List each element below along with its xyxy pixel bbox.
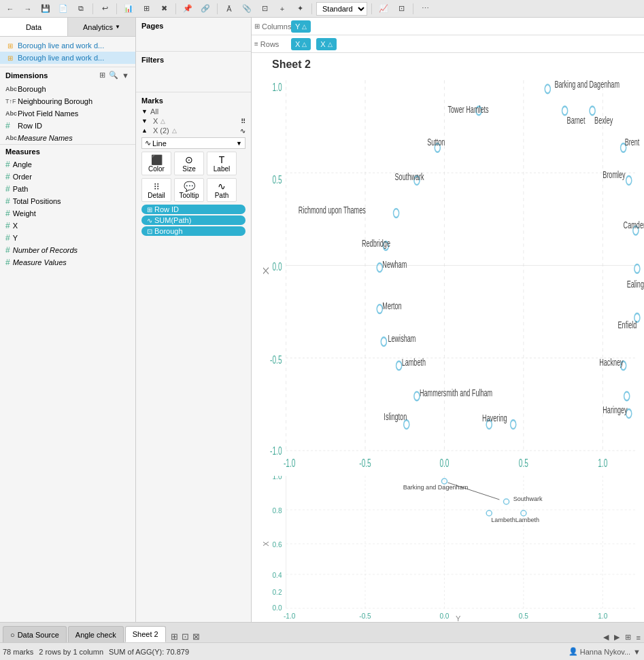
pill-borough[interactable]: ⊡ Borough: [141, 226, 245, 236]
measure-total-positions[interactable]: # Total Positions: [0, 195, 135, 207]
new-story-button[interactable]: ⊠: [192, 631, 201, 642]
frame-button[interactable]: ⊡: [257, 2, 272, 16]
tab-data-source[interactable]: ○ Data Source: [3, 626, 67, 642]
undo-button[interactable]: ↩: [97, 2, 112, 16]
measure-number-of-records[interactable]: # Number of Records: [0, 244, 135, 256]
save-button[interactable]: 💾: [38, 2, 53, 16]
dim-borough[interactable]: Abc Borough: [0, 83, 135, 95]
tab-list-icon[interactable]: ≡: [636, 633, 641, 642]
rows-x1-pill[interactable]: X △: [291, 38, 311, 50]
marks-x2-triangle: △: [172, 127, 177, 134]
measure-angle[interactable]: # Angle: [0, 158, 135, 171]
svg-text:0.5: 0.5: [519, 612, 528, 620]
size-button[interactable]: ⊙ Size: [174, 152, 204, 175]
measure-x[interactable]: # X: [0, 220, 135, 232]
angle-check-tab-label: Angle check: [75, 631, 116, 639]
duplicate-button[interactable]: ⧉: [73, 2, 88, 16]
tab-data[interactable]: Data: [0, 18, 68, 36]
svg-point-53: [624, 392, 630, 400]
path-button[interactable]: ∿ Path: [207, 178, 237, 202]
marks-x-row: ▼ X △ ⠿: [141, 117, 245, 125]
nav-back-button[interactable]: ←: [3, 2, 18, 16]
measure-measure-values[interactable]: # Measure Values: [0, 256, 135, 268]
highlight-button[interactable]: Ā: [222, 2, 237, 16]
measure-totalpos-label: Total Positions: [13, 197, 61, 205]
filters-section: Filters: [136, 52, 251, 92]
clip-button[interactable]: 📎: [239, 2, 254, 16]
dim-measurenames-label: Measure Names: [18, 134, 73, 142]
new-dashboard-button[interactable]: ⊡: [181, 631, 190, 642]
tab-sheet-2[interactable]: Sheet 2: [125, 626, 166, 642]
svg-text:0.5: 0.5: [519, 457, 528, 470]
rows-x2-pill[interactable]: X △: [316, 38, 336, 50]
star-button[interactable]: ✦: [292, 2, 307, 16]
label-icon: T: [219, 154, 225, 165]
table-button[interactable]: ⊞: [139, 2, 154, 16]
dim-borough-label: Borough: [18, 85, 46, 93]
detail-button[interactable]: ⁝⁝ Detail: [141, 178, 171, 202]
tab-scroll-left[interactable]: ◀: [603, 632, 609, 642]
bottom-tabs: ○ Data Source Angle check Sheet 2 ⊞ ⊡ ⊠ …: [0, 622, 644, 642]
measure-order[interactable]: # Order: [0, 171, 135, 183]
rows-text: Rows: [260, 40, 279, 48]
tooltip-button[interactable]: 💬 Tooltip: [174, 178, 204, 202]
tab-analytics[interactable]: Analytics ▼: [68, 18, 135, 36]
pages-section: Pages: [136, 18, 251, 52]
marks-all-label: All: [150, 107, 158, 116]
measure-path[interactable]: # Path: [0, 183, 135, 195]
svg-text:Havering: Havering: [482, 413, 507, 424]
pill-sum-path[interactable]: ∿ SUM(Path): [141, 215, 245, 225]
standard-dropdown[interactable]: Standard: [316, 2, 367, 16]
columns-y-label: Y: [295, 22, 300, 31]
tab-scroll-right[interactable]: ▶: [613, 632, 620, 642]
svg-text:1.0: 1.0: [272, 476, 282, 481]
pin-button[interactable]: 📌: [180, 2, 195, 16]
chart2-button[interactable]: ✖: [156, 2, 171, 16]
separator-1: [92, 3, 93, 14]
measure-weight[interactable]: # Weight: [0, 207, 135, 220]
dimensions-dropdown-icon[interactable]: ▼: [121, 70, 130, 80]
svg-text:-1.0: -1.0: [284, 457, 295, 470]
pill-sumpath-label: SUM(Path): [154, 216, 191, 224]
svg-point-47: [396, 362, 402, 370]
plus-button[interactable]: +: [275, 2, 290, 16]
color-button[interactable]: ⬛ Color: [141, 152, 171, 175]
svg-text:Barnet: Barnet: [567, 115, 586, 126]
nav-forward-button[interactable]: →: [20, 2, 35, 16]
line-dropdown[interactable]: ∿ Line ▼: [141, 137, 245, 149]
label-button[interactable]: T Label: [207, 152, 237, 175]
measure-hash-y: #: [5, 233, 10, 243]
measure-y[interactable]: # Y: [0, 232, 135, 244]
datasource-item-1[interactable]: ⊞ Borough live and work d...: [0, 39, 135, 52]
dimensions-search-icon[interactable]: 🔍: [108, 70, 119, 80]
marks-title: Marks: [141, 97, 245, 105]
tab-grid-icon[interactable]: ⊞: [624, 632, 632, 642]
separator-2: [116, 3, 117, 14]
dim-measure-names[interactable]: Abc Measure Names: [0, 132, 135, 144]
datasource-tab-icon: ○: [10, 631, 15, 639]
svg-point-31: [394, 209, 399, 218]
link-button[interactable]: 🔗: [198, 2, 213, 16]
columns-y-triangle: △: [302, 23, 307, 30]
dimensions-grid-icon[interactable]: ⊞: [99, 70, 106, 80]
present-button[interactable]: ⊡: [394, 2, 409, 16]
bottom-chart-svg: 1.0 0.8 0.6 0.4 0.2 0.0 X Barking and Da…: [252, 476, 644, 622]
chart3-button[interactable]: 📈: [376, 2, 391, 16]
dim-row-id[interactable]: # Row ID: [0, 120, 135, 132]
columns-y-pill[interactable]: Y △: [291, 20, 311, 33]
datasource-item-2[interactable]: ⊞ Borough live and work d...: [0, 52, 135, 64]
analytics-dropdown-icon: ▼: [115, 24, 120, 30]
tab-angle-check[interactable]: Angle check: [68, 626, 124, 642]
user-dropdown-button[interactable]: ▼: [632, 647, 641, 657]
bar-chart-button[interactable]: 📊: [121, 2, 136, 16]
tab-data-label: Data: [26, 23, 41, 31]
new-sheet-button[interactable]: ⊞: [170, 631, 179, 642]
dim-neighbouring-borough[interactable]: T↑F Neighbouring Borough: [0, 95, 135, 107]
toolbar: ← → 💾 📄 ⧉ ↩ 📊 ⊞ ✖ 📌 🔗 Ā 📎 ⊡ + ✦ Standard…: [0, 0, 644, 18]
share-button[interactable]: ⋯: [418, 2, 433, 16]
svg-text:Lewisham: Lewisham: [388, 333, 416, 345]
new-button[interactable]: 📄: [56, 2, 71, 16]
pill-row-id[interactable]: ⊞ Row ID: [141, 205, 245, 214]
detail-label: Detail: [148, 192, 165, 199]
dim-pivot-field-names[interactable]: Abc Pivot Field Names: [0, 107, 135, 120]
